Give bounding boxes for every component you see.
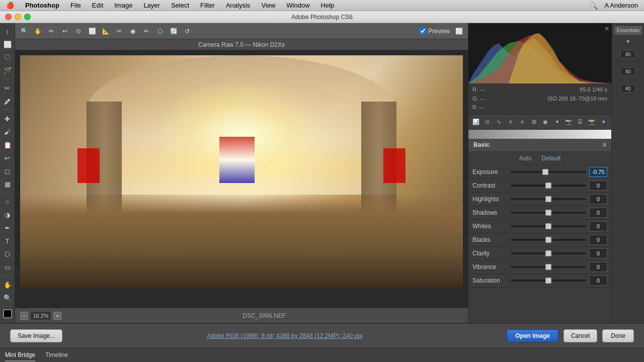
- text-tool[interactable]: T: [2, 235, 14, 247]
- hand-tool-btn[interactable]: ✋: [32, 25, 44, 37]
- pen-tool[interactable]: ✒: [2, 222, 14, 234]
- maximize-button[interactable]: [24, 14, 31, 20]
- targeted-adj-btn[interactable]: ⊙: [72, 25, 85, 37]
- zoom-out-btn[interactable]: −: [20, 312, 28, 320]
- apple-menu[interactable]: 🍎: [4, 2, 16, 9]
- lasso-tool[interactable]: 〇: [2, 51, 14, 63]
- adj-brush-btn[interactable]: ⬡: [154, 25, 166, 37]
- done-button[interactable]: Done: [602, 329, 634, 342]
- grad-filter-btn[interactable]: 🔄: [168, 25, 180, 37]
- white-balance-btn[interactable]: ✏: [45, 25, 57, 37]
- slider-value-blacks[interactable]: 0: [589, 235, 607, 245]
- eyedropper-tool[interactable]: 💉: [2, 95, 14, 107]
- gradient-tool[interactable]: ▦: [2, 178, 14, 190]
- slider-track-vibrance[interactable]: [511, 263, 586, 270]
- slider-track-highlights[interactable]: [511, 196, 586, 203]
- panel-menu-icon[interactable]: ≡: [603, 141, 606, 148]
- split-toning-btn[interactable]: ≡: [517, 116, 527, 127]
- menu-analysis[interactable]: Analysis: [224, 2, 252, 9]
- zoom-tool[interactable]: 🔍: [2, 292, 14, 304]
- slider-track-clarity[interactable]: [511, 250, 586, 257]
- zoom-value-display[interactable]: 16.2%: [30, 311, 51, 320]
- tone-curve-btn[interactable]: ∿: [494, 116, 504, 127]
- menu-image[interactable]: Image: [112, 2, 134, 9]
- slider-value-contrast[interactable]: 0: [589, 180, 607, 191]
- camera-cal-btn[interactable]: 📷: [564, 116, 574, 127]
- dodge-tool[interactable]: ◑: [2, 209, 14, 221]
- histogram-btn[interactable]: 📊: [470, 116, 481, 127]
- menu-edit[interactable]: Edit: [90, 2, 105, 9]
- shape-tool[interactable]: ▭: [2, 261, 14, 273]
- menu-layer[interactable]: Layer: [141, 2, 162, 9]
- preview-checkbox[interactable]: [420, 28, 426, 34]
- slider-value-clarity[interactable]: 0: [589, 248, 607, 258]
- slider-thumb-blacks[interactable]: [545, 237, 551, 243]
- slider-thumb-contrast[interactable]: [545, 183, 551, 189]
- full-screen-btn[interactable]: ⬜: [453, 25, 465, 37]
- stamp-tool[interactable]: 📋: [2, 139, 14, 151]
- auto-button[interactable]: Auto: [519, 155, 532, 162]
- search-icon[interactable]: 🔍: [589, 2, 598, 10]
- heal-tool[interactable]: ✚: [2, 113, 14, 125]
- history-tool[interactable]: ↩: [2, 152, 14, 164]
- menu-window[interactable]: Window: [284, 2, 311, 9]
- slider-value-exposure[interactable]: -0.75: [589, 167, 607, 177]
- menu-select[interactable]: Select: [169, 2, 191, 9]
- magic-wand-tool[interactable]: 🪄: [2, 64, 14, 76]
- mini-bridge-tab[interactable]: Mini Bridge: [5, 349, 35, 361]
- lens-btn[interactable]: ◉: [540, 116, 551, 127]
- slider-value-whites[interactable]: 0: [589, 221, 607, 231]
- slider-track-blacks[interactable]: [511, 236, 586, 243]
- slider-thumb-highlights[interactable]: [545, 196, 551, 202]
- redeye-btn[interactable]: ✏: [140, 25, 152, 37]
- crop-btn[interactable]: ⬜: [86, 25, 98, 37]
- eraser-tool[interactable]: ◻: [2, 165, 14, 177]
- panel-menu-btn[interactable]: ▾: [598, 116, 609, 127]
- color-sampler-btn[interactable]: ↩: [59, 25, 71, 37]
- slider-track-saturation[interactable]: [511, 277, 586, 284]
- minimize-button[interactable]: [15, 14, 21, 20]
- menu-help[interactable]: Help: [319, 2, 337, 9]
- detail-btn[interactable]: ⊞: [528, 116, 539, 127]
- essentials-button[interactable]: Essentials: [614, 26, 642, 35]
- menu-filter[interactable]: Filter: [198, 2, 217, 9]
- crop-tool[interactable]: ✂: [2, 82, 14, 94]
- basic-btn panel-tool-active[interactable]: ⊙: [482, 116, 493, 127]
- slider-value-highlights[interactable]: 0: [589, 194, 607, 204]
- presets-btn[interactable]: ☰: [575, 116, 586, 127]
- histogram-close-btn[interactable]: ✕: [604, 25, 609, 32]
- menu-file[interactable]: File: [68, 2, 83, 9]
- open-image-button[interactable]: Open Image: [507, 329, 558, 342]
- preview-checkbox-label[interactable]: Preview: [420, 28, 450, 35]
- slider-thumb-whites[interactable]: [545, 223, 551, 229]
- brush-tool[interactable]: 🖌: [2, 126, 14, 138]
- slider-track-exposure[interactable]: [511, 168, 586, 175]
- slider-value-saturation[interactable]: 0: [589, 276, 607, 286]
- close-button[interactable]: [5, 14, 12, 20]
- slider-thumb-shadows[interactable]: [545, 210, 551, 216]
- slider-thumb-saturation[interactable]: [545, 278, 551, 284]
- slider-track-whites[interactable]: [511, 223, 586, 230]
- hand-tool[interactable]: ✋: [2, 279, 14, 291]
- default-button[interactable]: Default: [541, 155, 560, 162]
- zoom-tool-btn[interactable]: 🔍: [18, 25, 30, 37]
- slider-thumb-exposure[interactable]: [542, 169, 548, 175]
- slider-thumb-vibrance[interactable]: [545, 264, 551, 270]
- slider-track-shadows[interactable]: [511, 209, 586, 216]
- cancel-button[interactable]: Cancel: [564, 329, 597, 342]
- foreground-color[interactable]: [3, 309, 12, 318]
- spot-removal-btn[interactable]: ◉: [127, 25, 139, 37]
- transform-btn[interactable]: ✂: [113, 25, 125, 37]
- slider-thumb-clarity[interactable]: [545, 250, 551, 256]
- slider-track-contrast[interactable]: [511, 182, 586, 189]
- hsl-btn[interactable]: ≡: [505, 116, 516, 127]
- save-image-button[interactable]: Save Image...: [10, 329, 62, 342]
- slider-value-shadows[interactable]: 0: [589, 208, 607, 218]
- timeline-tab[interactable]: Timeline: [45, 349, 68, 361]
- zoom-in-btn[interactable]: +: [53, 312, 61, 320]
- menu-view[interactable]: View: [259, 2, 277, 9]
- pref-btn[interactable]: ↺: [181, 25, 193, 37]
- image-info-link[interactable]: Adobe RGB (1998); 8 bit; 4288 by 2848 (1…: [67, 332, 502, 339]
- move-tool[interactable]: ↕: [2, 25, 14, 37]
- path-tool[interactable]: ⬡: [2, 248, 14, 260]
